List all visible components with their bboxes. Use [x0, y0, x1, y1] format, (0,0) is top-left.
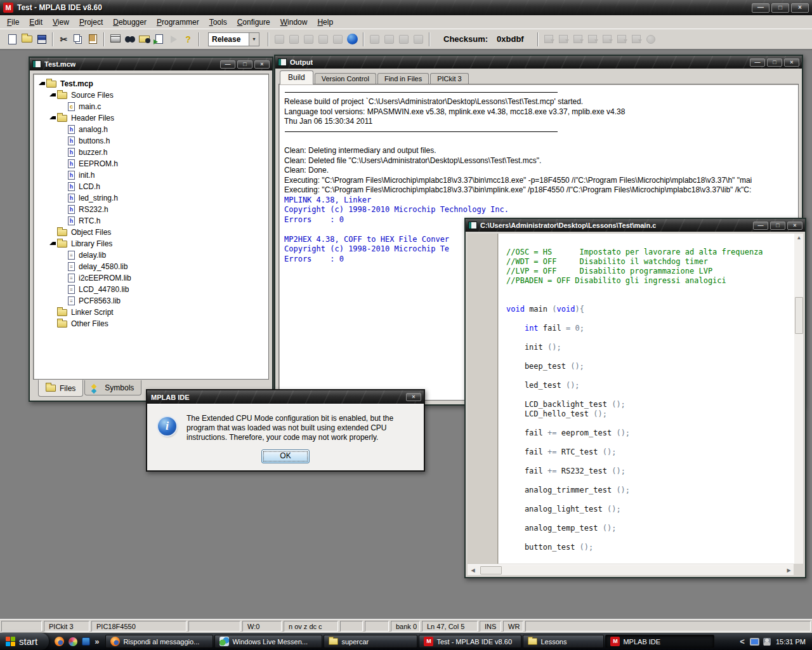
vertical-scroll-thumb[interactable] [795, 297, 803, 334]
tree-item-delay-lib[interactable]: ≡delay.lib [35, 249, 268, 261]
tree-item-test-mcp[interactable]: Test.mcp [35, 78, 268, 90]
ok-button[interactable]: OK [261, 449, 310, 463]
build-configuration-select[interactable]: Release▼ [208, 32, 259, 46]
paste-icon[interactable] [86, 32, 100, 46]
copy-icon[interactable] [71, 32, 86, 46]
cut-icon[interactable]: ✂ [56, 32, 71, 46]
horizontal-scroll-thumb[interactable] [480, 566, 502, 574]
editor-maximize-button[interactable]: □ [770, 222, 785, 230]
task-button-rispondi-al-messaggio[interactable]: Rispondi al messaggio... [105, 635, 213, 648]
project-close-button[interactable]: × [254, 60, 270, 69]
project-window-titlebar[interactable]: Test.mcw — □ × [30, 58, 272, 70]
expand-arrow-icon[interactable] [48, 240, 56, 248]
tree-item-buzzer-h[interactable]: hbuzzer.h [35, 147, 268, 158]
start-button[interactable]: start [0, 633, 49, 650]
tree-item-library-files[interactable]: Library Files [35, 238, 268, 249]
app-titlebar[interactable]: M Test - MPLAB IDE v8.60 — □ × [0, 0, 812, 15]
menu-item-file[interactable]: File [2, 16, 24, 29]
find-in-files-icon[interactable] [137, 32, 152, 46]
output-maximize-button[interactable]: □ [767, 58, 782, 67]
editor-horizontal-scrollbar[interactable]: ◀ ▶ [468, 564, 794, 575]
output-window-titlebar[interactable]: Output — □ × [275, 56, 802, 69]
scroll-right-arrow-icon[interactable]: ▶ [785, 566, 793, 574]
tree-item-lcd-44780-lib[interactable]: ≡LCD_44780.lib [35, 284, 268, 295]
tree-item-init-h[interactable]: hinit.h [35, 169, 268, 181]
tree-item-buttons-h[interactable]: hbuttons.h [35, 135, 268, 147]
task-button-supercar[interactable]: supercar [324, 635, 417, 648]
tree-item-eeprom-h[interactable]: hEEPROM.h [35, 158, 268, 169]
menu-item-debugger[interactable]: Debugger [108, 16, 152, 29]
menu-item-window[interactable]: Window [275, 16, 313, 29]
tree-item-led-string-h[interactable]: hled_string.h [35, 192, 268, 204]
print-icon[interactable] [108, 32, 122, 46]
dialog-titlebar[interactable]: MPLAB IDE × [147, 390, 424, 404]
task-button-lessons[interactable]: Lessons [523, 635, 604, 648]
help-icon[interactable]: ? [181, 32, 195, 46]
tree-item-rs232-h[interactable]: hRS232.h [35, 204, 268, 215]
project-maximize-button[interactable]: □ [237, 60, 252, 69]
menu-item-tools[interactable]: Tools [204, 16, 232, 29]
output-minimize-button[interactable]: — [750, 58, 765, 67]
tree-item-analog-h[interactable]: hanalog.h [35, 124, 268, 135]
tree-item-main-c[interactable]: cmain.c [35, 101, 268, 112]
task-button-mplab-ide[interactable]: MMPLAB IDE [605, 635, 714, 648]
editor-minimize-button[interactable]: — [753, 222, 768, 230]
task-button-windows-live-messen[interactable]: Windows Live Messen... [214, 635, 322, 648]
tree-item-i2ceeprom-lib[interactable]: ≡i2cEEPROM.lib [35, 272, 268, 284]
open-file-icon[interactable] [20, 32, 34, 46]
tree-item-header-files[interactable]: Header Files [35, 112, 268, 124]
menu-item-project[interactable]: Project [74, 16, 108, 29]
editor-close-button[interactable]: × [787, 222, 802, 230]
tab-label: Symbols [105, 383, 134, 392]
menu-item-view[interactable]: View [48, 16, 74, 29]
app-close-button[interactable]: × [791, 3, 809, 13]
tree-item-lcd-h[interactable]: hLCD.h [35, 181, 268, 192]
display-tray-icon[interactable] [750, 638, 759, 646]
tree-item-rtc-h[interactable]: hRTC.h [35, 215, 268, 227]
project-tree[interactable]: Test.mcpSource Filescmain.cHeader Filesh… [33, 74, 269, 380]
task-button-test-mplab-ide-v8-60[interactable]: MTest - MPLAB IDE v8.60 [419, 635, 521, 648]
code-editor[interactable]: //OSC = HS Impostato per lavorare ad alt… [499, 234, 794, 564]
media-quicklaunch-icon[interactable] [82, 637, 90, 646]
menu-item-programmer[interactable]: Programmer [152, 16, 204, 29]
menu-item-help[interactable]: Help [312, 16, 338, 29]
expand-arrow-icon[interactable] [48, 91, 56, 99]
palette-quicklaunch-icon[interactable] [69, 637, 77, 646]
scroll-left-arrow-icon[interactable]: ◀ [469, 566, 477, 574]
tree-item-object-files[interactable]: Object Files [35, 227, 268, 238]
tab-version-control[interactable]: Version Control [315, 73, 376, 84]
tray-expand-chevron[interactable]: < [740, 637, 745, 646]
editor-vertical-scrollbar[interactable]: ▲ [794, 234, 803, 564]
tab-symbols[interactable]: Symbols [84, 380, 141, 395]
expand-arrow-icon[interactable] [48, 114, 56, 122]
menu-item-configure[interactable]: Configure [232, 16, 275, 29]
goto-locator-icon[interactable] [152, 32, 166, 46]
menu-item-edit[interactable]: Edit [24, 16, 48, 29]
find-icon[interactable] [122, 32, 137, 46]
project-minimize-button[interactable]: — [220, 60, 235, 69]
scroll-up-arrow-icon[interactable]: ▲ [795, 234, 803, 242]
dropdown-arrow-icon[interactable]: ▼ [249, 32, 259, 46]
tree-item-source-files[interactable]: Source Files [35, 90, 268, 101]
tree-item-other-files[interactable]: Other Files [35, 318, 268, 329]
expand-arrow-icon[interactable] [37, 80, 45, 88]
dialog-close-button[interactable]: × [406, 393, 421, 401]
output-close-button[interactable]: × [784, 58, 799, 67]
firefox-quicklaunch-icon[interactable] [55, 637, 64, 646]
app-restore-button[interactable]: □ [771, 3, 789, 13]
tree-item-label: Test.mcp [60, 79, 93, 88]
app-minimize-button[interactable]: — [752, 3, 769, 13]
editor-window-titlebar[interactable]: C:\Users\Administrator\Desktop\Lessons\T… [466, 219, 805, 232]
tab-build[interactable]: Build [280, 70, 313, 84]
save-file-icon[interactable] [34, 32, 49, 46]
tab-files[interactable]: Files [38, 380, 83, 397]
quicklaunch-overflow-chevron[interactable]: » [95, 637, 99, 646]
tree-item-delay-4580-lib[interactable]: ≡delay_4580.lib [35, 261, 268, 272]
build-options-icon[interactable] [345, 32, 360, 46]
new-file-icon[interactable] [5, 32, 20, 46]
tab-find-in-files[interactable]: Find in Files [377, 73, 429, 84]
tree-item-pcf8563-lib[interactable]: ≡PCF8563.lib [35, 295, 268, 307]
tree-item-linker-script[interactable]: Linker Script [35, 307, 268, 318]
tab-pickit-3[interactable]: PICkit 3 [430, 73, 469, 84]
user-tray-icon[interactable] [763, 638, 771, 646]
